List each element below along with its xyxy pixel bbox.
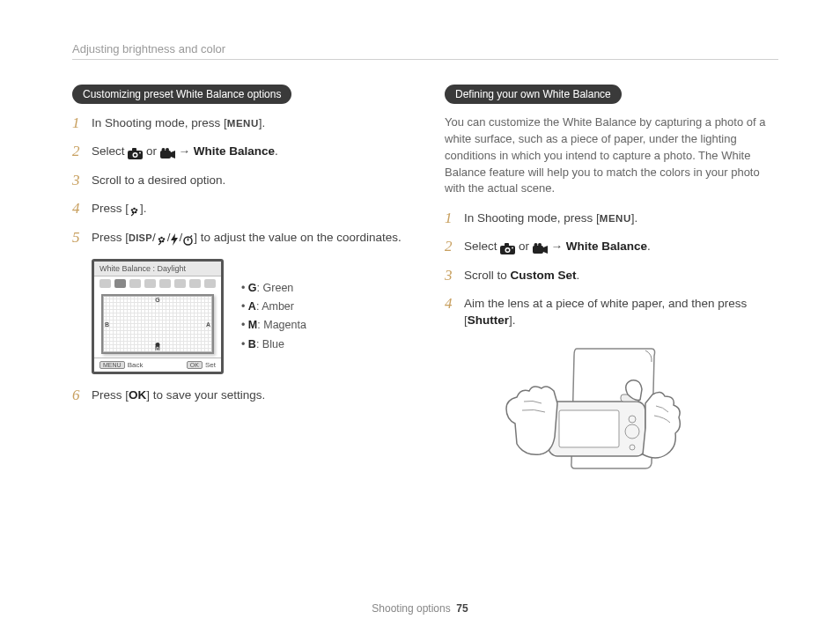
leg-a-txt: : Amber [256, 300, 294, 313]
lcd-grid: G A M B [101, 294, 214, 354]
lcd-icon-row [94, 276, 221, 291]
video-icon [533, 240, 548, 257]
leg-g: G [248, 282, 257, 294]
page-number: 75 [456, 602, 468, 615]
hands-illustration [480, 340, 778, 493]
svg-point-19 [160, 239, 162, 240]
leg-a: A [248, 300, 256, 313]
svg-point-10 [136, 209, 138, 211]
wb-label: White Balance [566, 240, 647, 253]
step-4: 4 Press []. [72, 200, 406, 219]
lcd-set: Set [205, 361, 216, 369]
lcd-title: White Balance : Daylight [94, 262, 221, 276]
text: ]. [631, 211, 638, 225]
grid-b: B [105, 321, 109, 327]
svg-point-28 [538, 243, 542, 247]
text: Scroll to [464, 269, 511, 282]
text: Press [ [92, 388, 129, 402]
text: ]. [140, 202, 147, 215]
rstep-4: 4 Aim the lens at a piece of white paper… [445, 295, 778, 329]
video-icon [160, 144, 175, 162]
right-column: Defining your own White Balance You can … [445, 85, 778, 493]
text: In Shooting mode, press [ [464, 211, 600, 225]
text: ] to adjust the value on the coordinates… [194, 231, 402, 244]
menu-icon: MENU [600, 213, 631, 224]
step-1: 1 In Shooting mode, press [MENU]. [72, 114, 406, 132]
disp-icon: DISP [129, 232, 152, 243]
pill-customizing: Customizing preset White Balance options [72, 85, 291, 104]
section-header: Adjusting brightness and color [72, 42, 778, 55]
svg-point-24 [506, 248, 509, 251]
menu-icon: MENU [227, 118, 259, 129]
leg-g-txt: : Green [257, 282, 294, 294]
pill-defining: Defining your own White Balance [445, 85, 622, 104]
timer-icon [182, 231, 194, 248]
svg-rect-22 [505, 243, 509, 247]
svg-point-27 [534, 243, 537, 247]
rstep-3: 3 Scroll to Custom Set. [445, 267, 778, 284]
svg-point-18 [161, 240, 164, 243]
rstep-1: 1 In Shooting mode, press [MENU]. [445, 210, 778, 227]
bolt-icon [170, 231, 179, 248]
text: . [577, 269, 580, 282]
svg-point-7 [166, 148, 169, 151]
text: Press [ [92, 231, 129, 244]
page-footer: Shooting options 75 [0, 602, 840, 615]
footer-label: Shooting options [372, 602, 450, 615]
text: In Shooting mode, press [ [92, 116, 227, 129]
camera-icon [128, 144, 143, 162]
left-steps: 1 In Shooting mode, press [MENU]. 2 Sele… [72, 114, 406, 248]
wb-label: White Balance [194, 144, 275, 158]
text: ]. [259, 116, 266, 129]
lcd-menu-btn: MENU [99, 361, 125, 369]
svg-point-4 [139, 151, 141, 153]
text: or [515, 240, 533, 253]
text: Scroll to a desired option. [92, 173, 225, 187]
leg-b-txt: : Blue [256, 338, 284, 350]
left-column: Customizing preset White Balance options… [72, 85, 406, 493]
shutter-label: Shutter [468, 313, 509, 327]
leg-b: B [248, 338, 256, 350]
lcd-row: White Balance : Daylight G A M B MENUBac… [92, 259, 406, 374]
leg-m-txt: : Magenta [257, 319, 306, 331]
camera-icon [500, 240, 515, 257]
lcd-footer: MENUBack OKSet [94, 358, 221, 372]
grid-cursor [156, 343, 160, 347]
svg-rect-5 [160, 151, 171, 158]
svg-point-16 [162, 238, 165, 240]
header-rule [72, 59, 778, 60]
custom-set-label: Custom Set [511, 269, 577, 282]
step-3: 3 Scroll to a desired option. [72, 172, 406, 189]
svg-rect-1 [132, 148, 136, 151]
svg-point-3 [134, 153, 136, 156]
svg-rect-26 [533, 246, 543, 254]
text: or [143, 144, 160, 158]
flower-icon [156, 231, 167, 248]
lcd-ok-btn: OK [187, 361, 203, 369]
lcd-back: Back [128, 361, 144, 369]
flower-icon [129, 202, 140, 219]
leg-m: M [248, 319, 257, 331]
text: Press [ [92, 202, 129, 215]
right-intro: You can customize the White Balance by c… [445, 114, 778, 197]
step-2: 2 Select or → White Balance. [72, 143, 406, 162]
color-legend: • G: Green • A: Amber • M: Magenta • B: … [241, 279, 306, 354]
text: . [275, 144, 278, 158]
svg-point-15 [158, 238, 160, 240]
text: → [548, 240, 566, 253]
left-steps-cont: 6 Press [OK] to save your settings. [72, 387, 406, 404]
svg-point-9 [131, 209, 134, 211]
svg-point-12 [135, 210, 137, 213]
grid-g: G [155, 297, 159, 303]
svg-point-13 [133, 210, 135, 211]
right-steps: 1 In Shooting mode, press [MENU]. 2 Sele… [445, 210, 778, 329]
svg-point-6 [161, 148, 165, 151]
lcd-screenshot: White Balance : Daylight G A M B MENUBac… [92, 259, 224, 374]
step-5: 5 Press [DISP///] to adjust the value on… [72, 229, 406, 248]
svg-rect-30 [559, 410, 619, 447]
grid-a: A [206, 321, 210, 327]
step-6: 6 Press [OK] to save your settings. [72, 387, 406, 404]
rstep-2: 2 Select or → White Balance. [445, 238, 778, 257]
svg-point-25 [512, 247, 513, 248]
text: ] to save your settings. [146, 388, 265, 402]
